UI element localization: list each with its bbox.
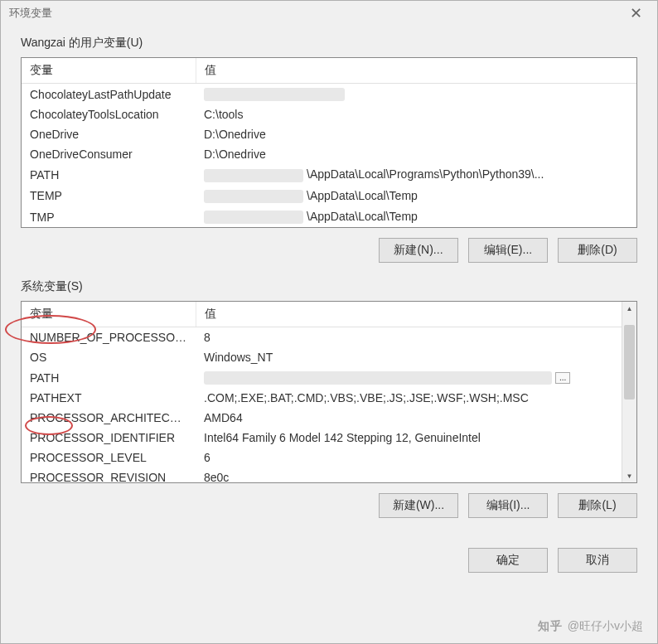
table-row[interactable]: PATHEXT .COM;.EXE;.BAT;.CMD;.VBS;.VBE;.J… <box>22 388 622 408</box>
cell-var: TMP <box>22 206 196 227</box>
user-new-button[interactable]: 新建(N)... <box>379 238 458 263</box>
table-row[interactable]: ChocolateyToolsLocation C:\tools <box>22 104 636 124</box>
user-table-container: 变量 值 ChocolateyLastPathUpdate Chocolatey… <box>21 57 637 228</box>
system-new-button[interactable]: 新建(W)... <box>379 493 458 518</box>
ok-button[interactable]: 确定 <box>468 548 548 573</box>
cell-val: ... <box>196 367 622 388</box>
browse-icon[interactable]: ... <box>555 372 570 384</box>
cell-var: PATHEXT <box>22 388 196 408</box>
cell-val: \AppData\Local\Temp <box>196 186 636 206</box>
watermark-author: @旺仔小v小超 <box>568 619 643 634</box>
user-delete-button[interactable]: 删除(D) <box>558 238 637 263</box>
col-header-val[interactable]: 值 <box>196 302 622 327</box>
table-row[interactable]: TEMP \AppData\Local\Temp <box>22 186 636 206</box>
cell-var: OneDriveConsumer <box>22 144 196 164</box>
cell-val: \AppData\Local\Programs\Python\Python39\… <box>196 164 636 185</box>
table-row[interactable]: ChocolateyLastPathUpdate <box>22 84 636 105</box>
cell-var: PROCESSOR_IDENTIFIER <box>22 428 196 448</box>
table-row[interactable]: OneDrive D:\Onedrive <box>22 124 636 144</box>
table-row[interactable]: PATH \AppData\Local\Programs\Python\Pyth… <box>22 164 636 185</box>
cell-val <box>196 84 636 105</box>
env-var-dialog: 环境变量 ✕ Wangzai 的用户变量(U) 变量 值 ChocolateyL… <box>0 0 658 644</box>
table-row[interactable]: NUMBER_OF_PROCESSORS 8 <box>22 327 622 348</box>
col-header-var[interactable]: 变量 <box>22 302 196 327</box>
dialog-titlebar: 环境变量 ✕ <box>1 1 657 26</box>
user-edit-button[interactable]: 编辑(E)... <box>468 238 548 263</box>
system-table-container: 变量 值 NUMBER_OF_PROCESSORS 8 OS Win <box>21 301 637 483</box>
cell-var: PROCESSOR_LEVEL <box>22 448 196 467</box>
close-icon[interactable]: ✕ <box>623 4 649 22</box>
table-row[interactable]: PROCESSOR_ARCHITECTURE AMD64 <box>22 408 622 428</box>
system-group-label: 系统变量(S) <box>21 279 637 294</box>
cell-var: TEMP <box>22 186 196 206</box>
table-row[interactable]: PATH ... <box>22 367 622 388</box>
table-row[interactable]: OneDriveConsumer D:\Onedrive <box>22 144 636 164</box>
dialog-title: 环境变量 <box>9 6 52 21</box>
dialog-footer: 确定 取消 <box>1 541 657 583</box>
table-row[interactable]: OS Windows_NT <box>22 347 622 367</box>
user-env-table[interactable]: 变量 值 ChocolateyLastPathUpdate Chocolatey… <box>22 58 636 227</box>
user-group-label: Wangzai 的用户变量(U) <box>21 36 637 51</box>
cell-var: PROCESSOR_ARCHITECTURE <box>22 408 196 428</box>
system-variables-group: 系统变量(S) 变量 值 NUMBER_OF_PROCESSORS <box>21 279 637 518</box>
cell-val: Intel64 Family 6 Model 142 Stepping 12, … <box>196 428 622 448</box>
cell-var: NUMBER_OF_PROCESSORS <box>22 327 196 348</box>
cell-var: PATH <box>22 164 196 185</box>
cell-var: PROCESSOR_REVISION <box>22 467 196 482</box>
col-header-var[interactable]: 变量 <box>22 58 196 84</box>
cell-val: \AppData\Local\Temp <box>196 206 636 227</box>
cell-val: AMD64 <box>196 408 622 428</box>
scrollbar-thumb[interactable] <box>624 325 635 399</box>
table-row[interactable]: PROCESSOR_REVISION 8e0c <box>22 467 622 482</box>
system-scrollbar[interactable]: ▲ ▼ <box>622 302 636 482</box>
user-button-row: 新建(N)... 编辑(E)... 删除(D) <box>21 238 637 263</box>
cell-var: OneDrive <box>22 124 196 144</box>
cell-var: PATH <box>22 367 196 388</box>
watermark: 知乎 @旺仔小v小超 <box>538 619 643 634</box>
table-row[interactable]: TMP \AppData\Local\Temp <box>22 206 636 227</box>
cell-val: C:\tools <box>196 104 636 124</box>
cell-val: 8e0c <box>196 467 622 482</box>
table-row[interactable]: PROCESSOR_LEVEL 6 <box>22 448 622 467</box>
scroll-up-icon[interactable]: ▲ <box>622 302 636 315</box>
cell-var: ChocolateyToolsLocation <box>22 104 196 124</box>
zhihu-logo-icon: 知乎 <box>538 619 563 634</box>
user-variables-group: Wangzai 的用户变量(U) 变量 值 ChocolateyLastPath… <box>21 36 637 263</box>
system-env-table[interactable]: 变量 值 NUMBER_OF_PROCESSORS 8 OS Win <box>22 302 622 482</box>
cell-var: ChocolateyLastPathUpdate <box>22 84 196 105</box>
system-delete-button[interactable]: 删除(L) <box>558 493 637 518</box>
cell-val: D:\Onedrive <box>196 144 636 164</box>
cell-val: D:\Onedrive <box>196 124 636 144</box>
table-row[interactable]: PROCESSOR_IDENTIFIER Intel64 Family 6 Mo… <box>22 428 622 448</box>
cancel-button[interactable]: 取消 <box>558 548 637 573</box>
system-button-row: 新建(W)... 编辑(I)... 删除(L) <box>21 493 637 518</box>
scroll-down-icon[interactable]: ▼ <box>622 469 636 482</box>
cell-val: 6 <box>196 448 622 467</box>
cell-val: Windows_NT <box>196 347 622 367</box>
col-header-val[interactable]: 值 <box>196 58 636 84</box>
dialog-content: Wangzai 的用户变量(U) 变量 值 ChocolateyLastPath… <box>1 26 657 541</box>
system-edit-button[interactable]: 编辑(I)... <box>468 493 548 518</box>
cell-val: .COM;.EXE;.BAT;.CMD;.VBS;.VBE;.JS;.JSE;.… <box>196 388 622 408</box>
cell-val: 8 <box>196 327 622 348</box>
cell-var: OS <box>22 347 196 367</box>
